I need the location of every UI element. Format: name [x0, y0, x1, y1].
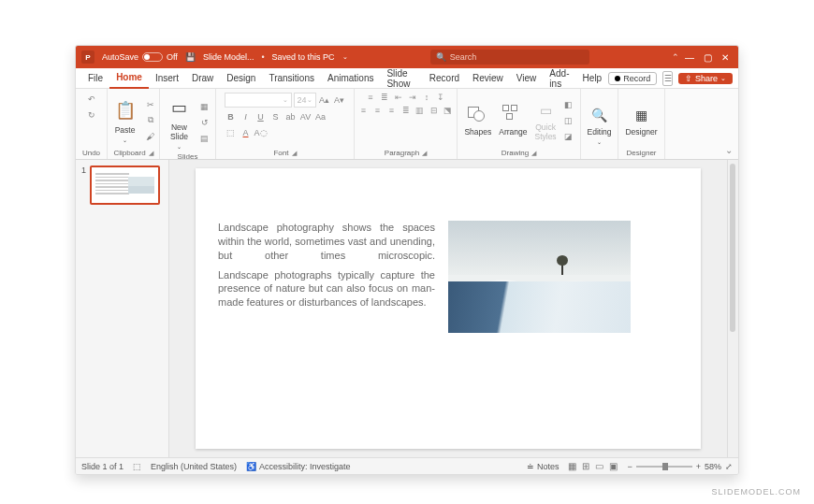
ribbon-display-icon[interactable]: ⌃	[672, 52, 679, 62]
italic-button[interactable]: I	[240, 110, 253, 123]
font-name-dropdown[interactable]: ⌄	[225, 93, 292, 108]
smartart-button[interactable]: ⬔	[443, 106, 454, 115]
quick-styles-button[interactable]: ▭Quick Styles	[532, 98, 558, 143]
zoom-level[interactable]: 58%	[705, 462, 721, 471]
strike-button[interactable]: S	[269, 110, 283, 123]
notes-button[interactable]: ≐Notes	[527, 462, 560, 471]
bullets-button[interactable]: ≡	[365, 93, 376, 102]
search-box[interactable]: 🔍 Search	[430, 50, 589, 65]
bold-button[interactable]: B	[225, 110, 238, 123]
highlight-button[interactable]: ⬚	[225, 126, 238, 139]
slide-1[interactable]: Landscape photography shows the spaces w…	[196, 168, 701, 449]
spacing-button[interactable]: AV	[299, 110, 313, 123]
share-button[interactable]: ⇧Share⌄	[678, 73, 733, 84]
shape-fill-button[interactable]: ◧	[562, 98, 575, 111]
shape-effects-button[interactable]: ◪	[562, 130, 575, 143]
slide-image[interactable]	[448, 221, 631, 333]
case-button[interactable]: Aa	[314, 110, 327, 123]
normal-view-button[interactable]: ▦	[568, 461, 576, 471]
indent-inc-button[interactable]: ⇥	[407, 93, 418, 102]
dialog-launcher-icon[interactable]: ◢	[292, 150, 297, 157]
tab-review[interactable]: Review	[466, 68, 510, 89]
save-status: Saved to this PC	[272, 52, 335, 62]
undo-button[interactable]: ↶	[85, 93, 98, 106]
accessibility-button[interactable]: ♿Accessibility: Investigate	[246, 462, 351, 471]
dialog-launcher-icon[interactable]: ◢	[531, 150, 536, 157]
tab-insert[interactable]: Insert	[149, 68, 185, 89]
fit-to-window-button[interactable]: ⤢	[725, 462, 733, 471]
sorter-view-button[interactable]: ⊞	[582, 461, 589, 471]
shape-outline-button[interactable]: ◫	[562, 114, 575, 127]
tab-view[interactable]: View	[510, 68, 544, 89]
designer-button[interactable]: ▦Designer	[623, 103, 659, 138]
tab-transitions[interactable]: Transitions	[262, 68, 321, 89]
slide-thumbnail-1[interactable]	[90, 166, 160, 205]
tab-home[interactable]: Home	[109, 68, 149, 89]
zoom-in-button[interactable]: +	[696, 462, 701, 471]
numbering-button[interactable]: ≣	[379, 93, 390, 102]
dialog-launcher-icon[interactable]: ◢	[422, 150, 427, 157]
align-center-button[interactable]: ≡	[372, 106, 384, 115]
justify-button[interactable]: ≣	[400, 106, 412, 115]
group-paragraph: ≡ ≣ ⇤ ⇥ ↕ ↧ ≡ ≡ ≡ ≣ ▥ ⊟ ⬔ Paragraph◢	[355, 89, 458, 159]
clear-format-button[interactable]: A◌	[254, 126, 268, 139]
section-button[interactable]: ▤	[198, 132, 211, 145]
layout-button[interactable]: ▦	[198, 100, 211, 113]
slide-panel[interactable]: 1	[76, 160, 169, 457]
tab-help[interactable]: Help	[576, 68, 609, 89]
font-size-dropdown[interactable]: 24⌄	[294, 93, 316, 108]
arrange-button[interactable]: Arrange	[497, 103, 529, 138]
tab-record[interactable]: Record	[423, 68, 466, 89]
zoom-out-button[interactable]: −	[627, 462, 632, 471]
increase-font-button[interactable]: A▴	[318, 94, 331, 107]
dialog-launcher-icon[interactable]: ◢	[149, 150, 153, 157]
close-button[interactable]: ✕	[721, 52, 729, 63]
slide-indicator[interactable]: Slide 1 of 1	[81, 462, 124, 471]
text-direction-button[interactable]: ↧	[435, 93, 446, 102]
spell-check-icon[interactable]: ⬚	[133, 462, 141, 471]
collapse-ribbon-button[interactable]: ⌄	[725, 145, 733, 155]
redo-button[interactable]: ↻	[85, 108, 98, 122]
decrease-font-button[interactable]: A▾	[333, 94, 346, 107]
format-painter-button[interactable]: 🖌	[144, 130, 157, 143]
tab-file[interactable]: File	[81, 68, 109, 89]
ribbon: ↶ ↻ Undo 📋 Paste⌄ ✂ ⧉ 🖌 Clipboard◢	[76, 89, 738, 160]
editing-dropdown[interactable]: 🔍Editing⌄	[586, 103, 614, 147]
text-box[interactable]: Landscape photography shows the spaces w…	[218, 221, 435, 426]
tab-slideshow[interactable]: Slide Show	[380, 68, 422, 89]
tab-draw[interactable]: Draw	[185, 68, 220, 89]
document-title[interactable]: Slide Model...	[203, 52, 254, 62]
new-slide-button[interactable]: ▭ New Slide⌄	[165, 93, 195, 151]
copy-button[interactable]: ⧉	[144, 114, 157, 127]
slide-canvas-area[interactable]: Landscape photography shows the spaces w…	[169, 160, 727, 457]
align-left-button[interactable]: ≡	[358, 106, 370, 115]
paste-button[interactable]: 📋 Paste⌄	[110, 95, 140, 145]
align-right-button[interactable]: ≡	[386, 106, 398, 115]
chevron-down-icon[interactable]: ⌄	[342, 53, 348, 61]
align-text-button[interactable]: ⊟	[429, 106, 440, 115]
maximize-button[interactable]: ▢	[704, 52, 712, 63]
slideshow-view-button[interactable]: ▣	[609, 461, 618, 471]
tab-design[interactable]: Design	[220, 68, 262, 89]
vertical-scrollbar[interactable]	[727, 160, 738, 457]
tab-addins[interactable]: Add-ins	[543, 68, 575, 89]
zoom-slider[interactable]	[636, 466, 692, 468]
save-icon[interactable]: 💾	[185, 52, 196, 62]
minimize-button[interactable]: —	[685, 52, 694, 63]
language-indicator[interactable]: English (United States)	[151, 462, 237, 471]
underline-button[interactable]: U	[254, 110, 268, 123]
designer-icon: ▦	[632, 105, 652, 125]
shapes-button[interactable]: Shapes	[462, 103, 493, 138]
cut-button[interactable]: ✂	[144, 98, 157, 111]
font-color-button[interactable]: A	[240, 126, 253, 139]
shadow-button[interactable]: ab	[284, 110, 298, 123]
line-spacing-button[interactable]: ↕	[421, 93, 432, 102]
teams-share-icon[interactable]: ☰	[662, 71, 673, 86]
columns-button[interactable]: ▥	[414, 106, 426, 115]
tab-animations[interactable]: Animations	[321, 68, 380, 89]
indent-dec-button[interactable]: ⇤	[393, 93, 404, 102]
autosave-toggle[interactable]: AutoSave Off	[102, 52, 178, 62]
reading-view-button[interactable]: ▭	[595, 461, 603, 471]
reset-button[interactable]: ↺	[198, 116, 211, 129]
record-button[interactable]: Record	[608, 72, 657, 85]
